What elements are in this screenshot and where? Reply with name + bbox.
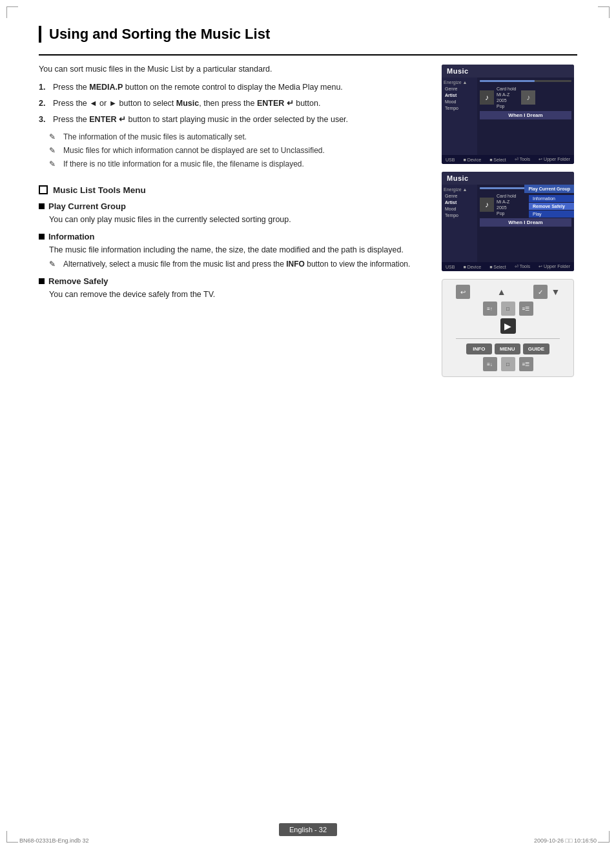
ss2-main-panel: ♪ Card hold Mi A-Z 2005 Pop When I Dream… — [477, 185, 574, 262]
ss2-menu-item-3: Play — [529, 210, 574, 218]
ss2-track-title: When I Dream — [480, 218, 571, 227]
screenshot-2: Music Energize ▲ Genre Artist Mood Tempo — [442, 172, 574, 271]
bullet-remove — [39, 278, 45, 284]
ss2-year: 2005 — [497, 205, 516, 210]
footer-label: English - 32 — [279, 823, 337, 836]
ss1-sort-artist: Artist — [444, 92, 475, 98]
step-1-bold: MEDIA.P — [89, 83, 123, 92]
ss2-tools: ⏎ Tools — [515, 264, 530, 269]
ss2-upper: ↩ Upper Folder — [539, 264, 570, 269]
play-current-title: Play Current Group — [48, 201, 126, 211]
numbered-steps: 1. Press the MEDIA.P button on the remot… — [39, 81, 429, 125]
note-icon-1: ✎ — [49, 132, 59, 143]
remove-body: You can remove the device safely from th… — [49, 289, 429, 301]
ss2-sort-label: Energize ▲ — [444, 187, 475, 192]
ss2-titlebar: Music — [442, 172, 574, 185]
step-2-bold2: ENTER ↵ — [257, 99, 294, 108]
ss2-mi-az: Mi A-Z — [497, 199, 516, 205]
ss1-tools: ⏎ Tools — [515, 157, 530, 162]
ss2-track-info: Card hold Mi A-Z 2005 Pop — [497, 193, 516, 216]
ss2-menu-item-2: Remove Safely — [529, 203, 574, 210]
remote-arrow-dn: ▼ — [551, 287, 560, 297]
ss2-footer: USB ■ Device ■ Select ⏎ Tools ↩ Upper Fo… — [442, 262, 574, 271]
corner-tl — [6, 6, 18, 18]
subsection-remove: Remove Safely You can remove the device … — [39, 276, 429, 301]
note-1: ✎ The information of the music files is … — [49, 132, 429, 143]
page-wrapper: Using and Sorting the Music List You can… — [0, 0, 616, 849]
remote-menu-btn[interactable]: MENU — [495, 343, 520, 354]
ss1-progress-bar — [480, 80, 571, 82]
ss2-left-panel: Energize ▲ Genre Artist Mood Tempo — [442, 185, 477, 262]
remote-arrow-up: ▲ — [497, 287, 506, 297]
info-note-icon: ✎ — [49, 259, 59, 270]
step-1-text: Press the MEDIA.P button on the remote c… — [53, 81, 343, 94]
ss1-sort-tempo: Tempo — [444, 105, 475, 111]
ss1-pop: Pop — [497, 103, 516, 109]
ss2-pop: Pop — [497, 210, 516, 216]
remote-list3-icon: ≡↓ — [483, 357, 497, 371]
note-3: ✎ If there is no title information for a… — [49, 159, 429, 170]
remote-divider — [456, 338, 560, 339]
ss1-sort-mood: Mood — [444, 99, 475, 105]
ss1-titlebar: Music — [442, 65, 574, 77]
note-icon-2: ✎ — [49, 145, 59, 156]
step-2-bold1: Music — [176, 99, 199, 108]
checkbox-icon — [39, 185, 48, 194]
ss2-usb: USB — [446, 265, 455, 269]
ss2-sort-genre: Genre — [444, 193, 475, 199]
step-3: 3. Press the ENTER ↵ button to start pla… — [39, 114, 429, 126]
step-2-text: Press the ◄ or ► button to select Music,… — [53, 97, 320, 110]
subsection-play-current: Play Current Group You can only play mus… — [39, 201, 429, 226]
ss1-body: Energize ▲ Genre Artist Mood Tempo ♪ — [442, 77, 574, 155]
ss2-menu-overlay: Play Current Group — [524, 185, 574, 193]
intro-text: You can sort music files in the Music Li… — [39, 65, 429, 74]
ss1-main-panel: ♪ Card hold Mi A-Z 2005 Pop ♪ When — [477, 77, 574, 155]
ss1-track-row: ♪ Card hold Mi A-Z 2005 Pop ♪ — [480, 86, 571, 109]
ss2-device: ■ Device — [464, 265, 482, 269]
remote-icon-row-2: ≡↑ □ ≡☰ — [483, 302, 533, 316]
remote-info-btn[interactable]: INFO — [466, 343, 492, 354]
remote-main-btns: INFO MENU GUIDE — [466, 343, 549, 354]
content-area: You can sort music files in the Music Li… — [39, 65, 577, 377]
info-note: ✎ Alternatively, select a music file fro… — [49, 259, 429, 270]
ss1-sort-label: Energize ▲ — [444, 80, 475, 85]
note-icon-3: ✎ — [49, 159, 59, 170]
ss2-sort-tempo: Tempo — [444, 212, 475, 218]
ss1-left-panel: Energize ▲ Genre Artist Mood Tempo — [442, 77, 477, 155]
info-bold: INFO — [286, 260, 305, 269]
ss2-body: Energize ▲ Genre Artist Mood Tempo ♪ — [442, 185, 574, 262]
remote-tick-icon: ✓ — [533, 285, 548, 299]
ss1-track-info: Card hold Mi A-Z 2005 Pop — [497, 86, 516, 109]
remote-icon-row-3: ≡↓ □ ≡☰ — [483, 357, 533, 371]
ss1-upper: ↩ Upper Folder — [539, 157, 570, 162]
step-3-bold: ENTER ↵ — [89, 115, 126, 124]
remote-guide-btn[interactable]: GUIDE — [523, 343, 549, 354]
remove-title-row: Remove Safely — [39, 276, 429, 286]
tools-menu-title: Music List Tools Menu — [53, 185, 146, 195]
ss2-menu-item-1: Information — [529, 195, 574, 202]
tools-title-row: Music List Tools Menu — [39, 185, 429, 195]
ss2-sort-artist: Artist — [444, 199, 475, 205]
remote-buttons: ↩ ▲ ✓ ▼ ≡↑ □ ≡☰ ▶ — [456, 285, 560, 371]
ss1-right-mini: ♪ — [518, 90, 538, 105]
ss1-track-title: When I Dream — [480, 111, 571, 119]
step-1-num: 1. — [39, 81, 49, 94]
remove-title: Remove Safely — [48, 276, 108, 286]
ss1-footer: USB ■ Device ■ Select ⏎ Tools ↩ Upper Fo… — [442, 155, 574, 164]
ss2-sort-mood: Mood — [444, 206, 475, 212]
note-3-text: If there is no title information for a m… — [63, 159, 304, 170]
section-title: Using and Sorting the Music List — [49, 26, 577, 43]
ss1-music-icon: ♪ — [480, 90, 494, 105]
corner-tr — [598, 6, 610, 18]
info-body: The music file information including the… — [49, 244, 429, 256]
left-column: You can sort music files in the Music Li… — [39, 65, 429, 377]
info-title-row: Information — [39, 232, 429, 241]
remote-list2-icon: ≡☰ — [519, 302, 533, 316]
tools-section: Music List Tools Menu Play Current Group… — [39, 185, 429, 301]
ss1-device: ■ Device — [464, 158, 482, 162]
ss2-card-hold: Card hold — [497, 193, 516, 199]
remote-list4-icon: ≡☰ — [519, 357, 533, 371]
ss1-mini-icon: ♪ — [521, 90, 535, 105]
bullet-info — [39, 234, 45, 240]
remote-icon-row-1: ↩ ▲ ✓ ▼ — [456, 285, 560, 299]
